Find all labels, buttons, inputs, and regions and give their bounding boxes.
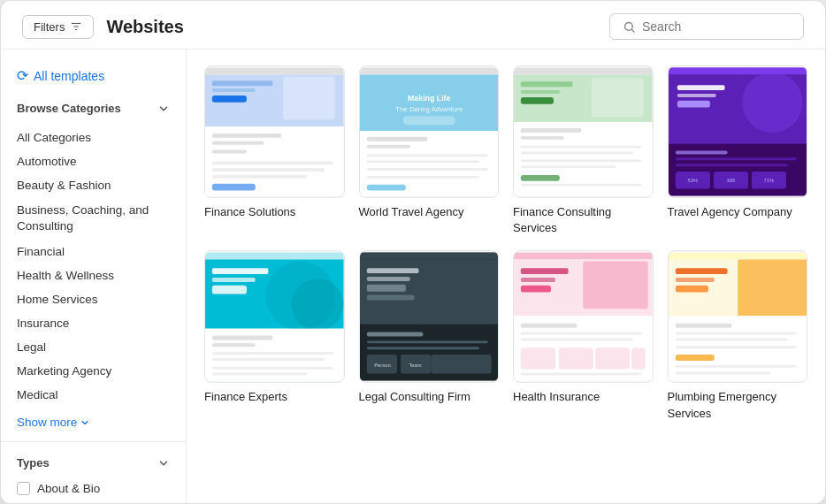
svg-rect-10	[212, 95, 247, 103]
category-marketing[interactable]: Marketing Agency	[1, 359, 186, 383]
svg-rect-11	[283, 76, 335, 119]
svg-rect-43	[521, 136, 564, 140]
svg-rect-44	[521, 146, 642, 149]
template-label-finance-consulting: Finance Consulting Services	[513, 204, 654, 236]
template-card-travel-agency[interactable]: 53% 396 71% Travel Agency Company	[668, 65, 808, 236]
svg-rect-29	[366, 154, 487, 157]
svg-rect-38	[521, 90, 560, 94]
category-beauty-fashion[interactable]: Beauty & Fashion	[1, 173, 186, 197]
browse-categories-toggle[interactable]: Browse Categories	[1, 95, 186, 122]
browse-categories-label: Browse Categories	[17, 102, 121, 115]
category-all[interactable]: All Categories	[1, 126, 186, 149]
search-box	[609, 13, 804, 40]
all-templates-link[interactable]: ⟳ All templates	[1, 64, 186, 95]
template-card-finance-solutions[interactable]: Finance Solutions	[204, 65, 345, 236]
svg-rect-109	[521, 348, 555, 370]
svg-rect-31	[366, 168, 487, 171]
svg-rect-78	[212, 352, 333, 355]
template-preview-finance-solutions	[205, 66, 344, 197]
svg-line-4	[631, 29, 634, 32]
svg-rect-30	[366, 160, 478, 163]
filters-button[interactable]: Filters	[22, 15, 94, 39]
category-financial[interactable]: Financial	[1, 240, 186, 263]
all-templates-label: All templates	[34, 69, 104, 83]
svg-rect-74	[212, 286, 247, 294]
svg-rect-9	[212, 88, 256, 92]
svg-rect-19	[212, 184, 256, 191]
about-bio-item[interactable]: About & Bio	[1, 477, 186, 500]
category-business[interactable]: Business, Coaching, and Consulting	[1, 197, 186, 240]
svg-rect-55	[677, 94, 715, 97]
svg-rect-120	[675, 286, 707, 293]
svg-rect-54	[677, 85, 724, 90]
template-preview-finance-consulting	[514, 66, 653, 197]
svg-rect-86	[366, 277, 409, 281]
svg-rect-47	[521, 165, 616, 168]
template-preview-travel-agency: 53% 396 71%	[669, 66, 807, 197]
svg-rect-112	[631, 348, 646, 370]
category-home-services[interactable]: Home Services	[1, 287, 186, 311]
template-card-legal-consulting[interactable]: Person Team Legal Consulting Firm	[359, 250, 500, 421]
types-toggle[interactable]: Types	[1, 449, 186, 477]
svg-text:The Daring Advanture: The Daring Advanture	[395, 105, 463, 113]
svg-rect-102	[521, 269, 569, 275]
template-card-plumbing-emergency[interactable]: Plumbing Emergency Services	[668, 250, 808, 421]
svg-rect-126	[675, 355, 714, 361]
svg-rect-51	[669, 68, 807, 75]
template-preview-plumbing-emergency	[669, 251, 807, 382]
about-bio-checkbox[interactable]	[17, 482, 30, 495]
svg-rect-72	[212, 269, 269, 275]
category-medical[interactable]: Medical	[1, 383, 186, 407]
svg-rect-106	[521, 324, 577, 328]
template-preview-health-insurance	[514, 251, 653, 382]
template-card-world-travel[interactable]: Making Life The Daring Advanture	[359, 65, 500, 236]
category-automotive[interactable]: Automotive	[1, 149, 186, 173]
svg-rect-123	[675, 332, 796, 335]
svg-rect-73	[212, 278, 256, 282]
svg-text:71%: 71%	[763, 178, 774, 183]
svg-rect-119	[675, 278, 714, 282]
template-label-travel-agency: Travel Agency Company	[668, 204, 808, 220]
svg-rect-59	[675, 157, 796, 160]
svg-rect-83	[360, 253, 499, 260]
filters-label: Filters	[34, 20, 65, 34]
template-label-health-insurance: Health Insurance	[513, 389, 654, 405]
svg-rect-18	[212, 175, 308, 179]
svg-rect-111	[595, 348, 630, 370]
search-icon	[623, 20, 636, 34]
svg-rect-128	[675, 372, 770, 375]
chevron-down-icon	[157, 103, 170, 115]
body: ⟳ All templates Browse Categories All Ca…	[1, 50, 825, 503]
svg-rect-125	[675, 347, 796, 349]
svg-rect-40	[592, 78, 644, 117]
svg-rect-56	[677, 101, 709, 108]
svg-rect-104	[521, 286, 551, 293]
svg-rect-101	[583, 262, 647, 309]
template-card-finance-experts[interactable]: Finance Experts	[204, 250, 345, 421]
svg-rect-37	[521, 81, 573, 87]
svg-rect-14	[212, 141, 264, 145]
page-title: Websites	[106, 17, 183, 37]
category-insurance[interactable]: Insurance	[1, 311, 186, 335]
filter-icon	[70, 20, 82, 33]
svg-rect-88	[366, 295, 414, 301]
svg-rect-42	[521, 128, 581, 133]
category-legal[interactable]: Legal	[1, 335, 186, 359]
svg-rect-107	[521, 332, 642, 335]
show-more-button[interactable]: Show more	[1, 410, 186, 434]
svg-rect-32	[366, 176, 478, 179]
search-input[interactable]	[642, 19, 791, 34]
category-health-wellness[interactable]: Health & Wellness	[1, 263, 186, 287]
svg-rect-16	[212, 161, 333, 164]
chevron-down-small-icon	[80, 417, 90, 428]
svg-rect-21	[360, 68, 499, 75]
svg-rect-95	[431, 355, 491, 374]
svg-rect-8	[212, 80, 272, 86]
svg-rect-28	[366, 145, 409, 149]
svg-rect-118	[675, 269, 727, 275]
svg-point-71	[292, 279, 344, 331]
template-card-health-insurance[interactable]: Health Insurance	[513, 250, 654, 421]
svg-rect-81	[212, 373, 308, 376]
template-card-finance-consulting[interactable]: Finance Consulting Services	[513, 65, 654, 236]
header: Filters Websites	[1, 1, 825, 50]
